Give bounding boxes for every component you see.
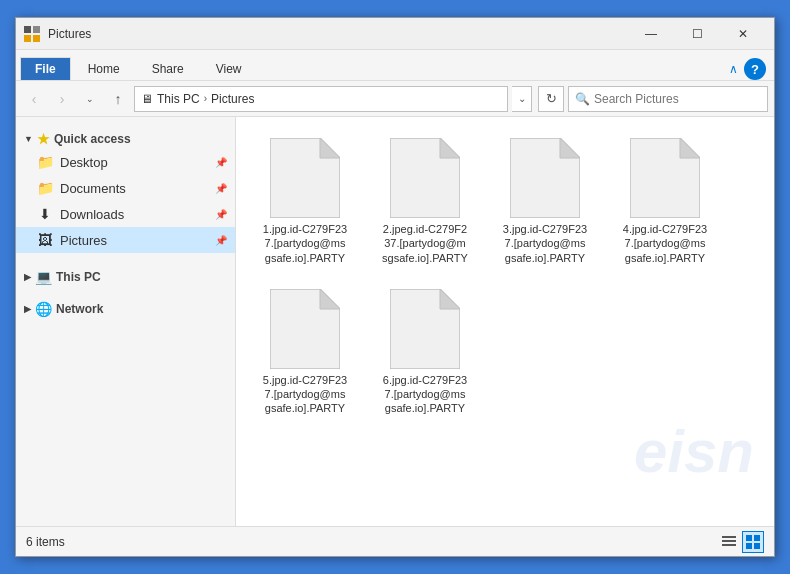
back-button[interactable]: ‹ [22,87,46,111]
help-button[interactable]: ? [744,58,766,80]
svg-marker-15 [440,289,460,309]
file-name-2: 2.jpeg.id-C279F237.[partydog@msgsafe.io]… [382,222,468,265]
file-item-5[interactable]: 5.jpg.id-C279F237.[partydog@msgsafe.io].… [250,282,360,423]
downloads-label: Downloads [60,207,209,222]
svg-rect-16 [722,536,736,538]
main-area: ▼ ★ Quick access 📁 Desktop 📌 📁 Documents… [16,117,774,526]
list-view-icon [722,535,736,549]
svg-rect-3 [33,35,40,42]
pictures-icon: 🖼 [36,232,54,248]
svg-rect-21 [746,543,752,549]
file-item-4[interactable]: 4.jpg.id-C279F237.[partydog@msgsafe.io].… [610,131,720,272]
tile-view-icon [746,535,760,549]
desktop-pin-icon: 📌 [215,157,227,168]
expand-ribbon-button[interactable]: ∧ [729,62,738,76]
address-dropdown-button[interactable]: ⌄ [512,86,532,112]
documents-folder-icon: 📁 [36,180,54,196]
desktop-folder-icon: 📁 [36,154,54,170]
file-icon-2 [390,138,460,218]
sidebar: ▼ ★ Quick access 📁 Desktop 📌 📁 Documents… [16,117,236,526]
explorer-window: Pictures — ☐ ✕ File Home Share View ∧ ? … [15,17,775,557]
maximize-button[interactable]: ☐ [674,18,720,50]
sidebar-item-documents[interactable]: 📁 Documents 📌 [16,175,235,201]
file-icon-1 [270,138,340,218]
file-item-6[interactable]: 6.jpg.id-C279F237.[partydog@msgsafe.io].… [370,282,480,423]
path-segment-pictures: Pictures [211,92,254,106]
network-expand-icon: ▶ [24,304,31,314]
svg-rect-20 [754,535,760,541]
quick-access-star-icon: ★ [37,131,50,147]
tile-view-button[interactable] [742,531,764,553]
file-svg-1 [270,138,340,218]
forward-button[interactable]: › [50,87,74,111]
search-box[interactable]: 🔍 [568,86,768,112]
titlebar-title: Pictures [48,27,628,41]
minimize-button[interactable]: — [628,18,674,50]
sidebar-section-this-pc: ▶ 💻 This PC [16,263,235,287]
svg-rect-17 [722,540,736,542]
svg-rect-0 [24,26,31,33]
titlebar: Pictures — ☐ ✕ [16,18,774,50]
item-count: 6 items [26,535,65,549]
file-svg-6 [390,289,460,369]
search-input[interactable] [594,92,761,106]
svg-marker-13 [320,289,340,309]
tab-file[interactable]: File [20,57,71,80]
sidebar-section-network: ▶ 🌐 Network [16,295,235,319]
ribbon-tabs: File Home Share View ∧ ? [16,50,774,80]
path-segment-thispc: This PC [157,92,200,106]
sidebar-item-downloads[interactable]: ⬇ Downloads 📌 [16,201,235,227]
file-name-4: 4.jpg.id-C279F237.[partydog@msgsafe.io].… [623,222,707,265]
network-label: Network [56,302,103,316]
close-button[interactable]: ✕ [720,18,766,50]
tab-share[interactable]: Share [137,57,199,80]
file-item-2[interactable]: 2.jpeg.id-C279F237.[partydog@msgsafe.io]… [370,131,480,272]
desktop-label: Desktop [60,155,209,170]
view-controls [718,531,764,553]
documents-pin-icon: 📌 [215,183,227,194]
titlebar-app-icons [24,26,40,42]
downloads-icon: ⬇ [36,206,54,222]
tab-view[interactable]: View [201,57,257,80]
svg-rect-2 [24,35,31,42]
file-name-6: 6.jpg.id-C279F237.[partydog@msgsafe.io].… [383,373,467,416]
path-separator: › [204,93,207,104]
svg-marker-5 [320,138,340,158]
refresh-button[interactable]: ↻ [538,86,564,112]
recent-locations-button[interactable]: ⌄ [78,87,102,111]
downloads-pin-icon: 📌 [215,209,227,220]
file-name-1: 1.jpg.id-C279F237.[partydog@msgsafe.io].… [263,222,347,265]
up-button[interactable]: ↑ [106,87,130,111]
list-view-button[interactable] [718,531,740,553]
file-icon-4 [630,138,700,218]
this-pc-label: This PC [56,270,101,284]
file-svg-4 [630,138,700,218]
file-item-1[interactable]: 1.jpg.id-C279F237.[partydog@msgsafe.io].… [250,131,360,272]
path-icon: 🖥 [141,92,153,106]
svg-marker-9 [560,138,580,158]
address-path[interactable]: 🖥 This PC › Pictures [134,86,508,112]
file-name-5: 5.jpg.id-C279F237.[partydog@msgsafe.io].… [263,373,347,416]
file-name-3: 3.jpg.id-C279F237.[partydog@msgsafe.io].… [503,222,587,265]
svg-marker-11 [680,138,700,158]
file-grid: 1.jpg.id-C279F237.[partydog@msgsafe.io].… [246,127,764,427]
tab-home[interactable]: Home [73,57,135,80]
sidebar-item-pictures[interactable]: 🖼 Pictures 📌 [16,227,235,253]
file-icon-3 [510,138,580,218]
ribbon: File Home Share View ∧ ? [16,50,774,81]
file-svg-3 [510,138,580,218]
file-icon-6 [390,289,460,369]
search-icon: 🔍 [575,92,590,106]
quick-access-expand-icon: ▼ [24,134,33,144]
network-icon: 🌐 [35,301,52,317]
pictures-label: Pictures [60,233,209,248]
file-svg-2 [390,138,460,218]
file-item-3[interactable]: 3.jpg.id-C279F237.[partydog@msgsafe.io].… [490,131,600,272]
svg-rect-22 [754,543,760,549]
titlebar-icon-1 [24,26,40,42]
svg-rect-18 [722,544,736,546]
file-area: eisn 1.jpg.id-C279F237.[partydog@msgsafe… [236,117,774,526]
watermark: eisn [634,417,754,486]
sidebar-section-quick-access: ▼ ★ Quick access [16,125,235,149]
sidebar-item-desktop[interactable]: 📁 Desktop 📌 [16,149,235,175]
